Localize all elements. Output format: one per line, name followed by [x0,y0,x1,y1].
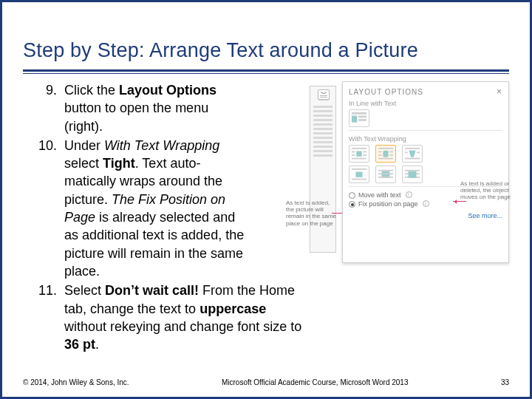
wrap-option-behind[interactable] [375,166,396,183]
svg-rect-16 [378,154,382,156]
svg-rect-2 [352,112,366,115]
svg-rect-10 [352,154,355,156]
body: 9.Click the Layout Options button to ope… [23,81,509,355]
svg-rect-22 [405,158,420,160]
svg-rect-23 [352,168,366,170]
callout-arrow-right [453,201,466,202]
close-icon[interactable]: × [497,86,502,97]
layout-options-panel: LAYOUT OPTIONS × In Line with Text With … [342,81,509,263]
course-name: Microsoft Official Academic Course, Micr… [129,378,501,386]
svg-rect-5 [358,119,366,121]
step-text: Under With Text Wrapping select Tight. T… [64,137,250,280]
svg-rect-8 [352,151,355,153]
page-number: 33 [501,378,509,386]
document-preview [310,86,336,253]
svg-rect-0 [320,95,327,96]
slide: Step by Step: Arrange Text around a Pict… [0,0,532,399]
layout-options-button[interactable] [318,89,330,100]
svg-rect-3 [352,116,357,123]
svg-rect-15 [389,151,393,153]
section-wrapping-label: With Text Wrapping [349,135,502,143]
svg-rect-17 [389,154,393,156]
svg-rect-18 [378,158,393,160]
radio-icon [349,201,355,208]
svg-rect-6 [356,151,361,157]
title-rule-thin [23,73,509,74]
layout-options-icon [320,92,327,98]
svg-rect-14 [378,151,382,153]
wrap-option-topbottom[interactable] [349,166,369,183]
info-icon[interactable]: i [423,200,429,207]
wrap-option-inline[interactable] [349,109,369,127]
svg-rect-29 [378,177,393,178]
panel-title: LAYOUT OPTIONS [349,88,423,96]
wrap-option-square[interactable] [349,145,369,163]
step-number: 10. [23,137,64,280]
step-item: 9.Click the Layout Options button to ope… [23,81,304,135]
svg-rect-1 [320,97,327,98]
slide-title: Step by Step: Arrange Text around a Pict… [23,39,509,66]
copyright: © 2014, John Wiley & Sons, Inc. [23,378,129,386]
callout-move-with-text: As text is added or deleted, the object … [460,180,514,201]
svg-rect-21 [417,151,420,153]
steps-column: 9.Click the Layout Options button to ope… [23,81,304,355]
svg-rect-4 [358,116,366,118]
wrap-option-through[interactable] [402,145,423,163]
svg-rect-28 [378,173,393,174]
info-icon[interactable]: i [406,191,412,198]
radio-fix-position[interactable]: Fix position on page i [349,200,502,208]
svg-rect-27 [378,170,393,171]
step-number: 9. [23,81,64,135]
title-rule-thick [23,69,509,72]
step-item: 10.Under With Text Wrapping select Tight… [23,137,304,280]
step-item: 11.Select Don’t wait call! From the Home… [23,282,304,353]
svg-rect-19 [405,148,420,149]
footer: © 2014, John Wiley & Sons, Inc. Microsof… [23,378,509,386]
layout-options-figure: As text is added, the picture will remai… [310,81,509,266]
svg-rect-33 [409,171,417,178]
step-text: Click the Layout Options button to open … [64,81,250,135]
svg-rect-7 [352,148,366,149]
svg-rect-24 [355,172,362,177]
step-text: Select Don’t wait call! From the Home ta… [64,282,304,353]
svg-rect-12 [352,158,366,160]
radio-label: Move with text [358,191,401,199]
svg-rect-11 [363,154,366,156]
wrap-option-front[interactable] [402,166,423,183]
see-more-link[interactable]: See more... [349,212,502,219]
svg-rect-30 [405,170,420,171]
radio-label: Fix position on page [358,200,418,208]
radio-icon [349,192,355,199]
svg-rect-9 [363,151,366,153]
step-number: 11. [23,282,64,353]
section-inline-label: In Line with Text [349,100,502,107]
step-list: 9.Click the Layout Options button to ope… [23,81,304,353]
svg-rect-20 [405,151,408,153]
wrap-option-tight[interactable] [375,145,396,163]
svg-rect-25 [352,179,366,180]
svg-rect-13 [378,148,393,149]
